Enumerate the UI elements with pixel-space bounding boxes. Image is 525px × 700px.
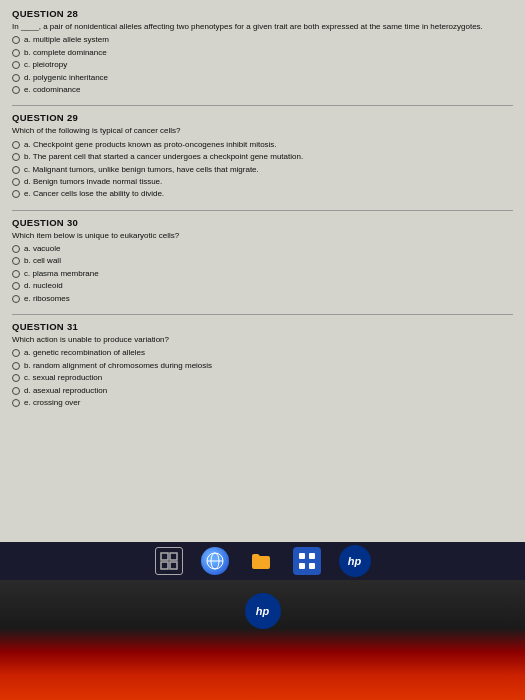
q28-option-c[interactable]: c. pleiotropy <box>12 60 513 70</box>
svg-rect-7 <box>299 553 305 559</box>
q31-radio-c[interactable] <box>12 374 20 382</box>
hp-taskbar-icon[interactable]: hp <box>339 545 371 577</box>
q29-radio-b[interactable] <box>12 153 20 161</box>
q29-radio-a[interactable] <box>12 141 20 149</box>
q31-radio-a[interactable] <box>12 349 20 357</box>
q28-radio-c[interactable] <box>12 61 20 69</box>
q31-option-a[interactable]: a. genetic recombination of alleles <box>12 348 513 358</box>
svg-rect-2 <box>161 562 168 569</box>
q29-option-d[interactable]: d. Benign tumors invade normal tissue. <box>12 177 513 187</box>
q31-radio-e[interactable] <box>12 399 20 407</box>
hp-logo-text: hp <box>256 605 269 617</box>
folder-icon-svg <box>251 551 271 571</box>
q29-option-c[interactable]: c. Malignant tumors, unlike benign tumor… <box>12 165 513 175</box>
laptop-bezel-bottom: hp <box>0 580 525 700</box>
globe-icon-svg <box>205 551 225 571</box>
q28-radio-d[interactable] <box>12 74 20 82</box>
q31-option-b[interactable]: b. random alignment of chromosomes durin… <box>12 361 513 371</box>
svg-rect-3 <box>170 562 177 569</box>
question-31-title: QUESTION 31 <box>12 321 513 332</box>
question-30-text: Which item below is unique to eukaryotic… <box>12 231 513 241</box>
q30-radio-d[interactable] <box>12 282 20 290</box>
q29-radio-c[interactable] <box>12 166 20 174</box>
q28-option-a[interactable]: a. multiple allele system <box>12 35 513 45</box>
q28-option-d[interactable]: d. polygenic inheritance <box>12 73 513 83</box>
q28-radio-e[interactable] <box>12 86 20 94</box>
q30-option-b[interactable]: b. cell wall <box>12 256 513 266</box>
q31-radio-b[interactable] <box>12 362 20 370</box>
screen: QUESTION 28 In ____, a pair of nonidenti… <box>0 0 525 580</box>
divider-3 <box>12 314 513 315</box>
apps-icon-svg <box>297 551 317 571</box>
question-29-text: Which of the following is typical of can… <box>12 126 513 136</box>
svg-rect-8 <box>309 553 315 559</box>
q29-option-b[interactable]: b. The parent cell that started a cancer… <box>12 152 513 162</box>
q29-option-a[interactable]: a. Checkpoint gene products known as pro… <box>12 140 513 150</box>
question-30-title: QUESTION 30 <box>12 217 513 228</box>
question-31-text: Which action is unable to produce variat… <box>12 335 513 345</box>
question-28-block: QUESTION 28 In ____, a pair of nonidenti… <box>12 8 513 95</box>
svg-rect-9 <box>299 563 305 569</box>
q28-option-b[interactable]: b. complete dominance <box>12 48 513 58</box>
q30-option-e[interactable]: e. ribosomes <box>12 294 513 304</box>
q30-radio-e[interactable] <box>12 295 20 303</box>
question-28-title: QUESTION 28 <box>12 8 513 19</box>
svg-rect-0 <box>161 553 168 560</box>
divider-2 <box>12 210 513 211</box>
q30-radio-b[interactable] <box>12 257 20 265</box>
divider-1 <box>12 105 513 106</box>
q30-option-a[interactable]: a. vacuole <box>12 244 513 254</box>
svg-rect-1 <box>170 553 177 560</box>
question-30-block: QUESTION 30 Which item below is unique t… <box>12 217 513 304</box>
q29-option-e[interactable]: e. Cancer cells lose the ability to divi… <box>12 189 513 199</box>
q28-option-e[interactable]: e. codominance <box>12 85 513 95</box>
content-area: QUESTION 28 In ____, a pair of nonidenti… <box>0 0 525 580</box>
q29-radio-d[interactable] <box>12 178 20 186</box>
q30-radio-a[interactable] <box>12 245 20 253</box>
q29-radio-e[interactable] <box>12 190 20 198</box>
question-29-block: QUESTION 29 Which of the following is ty… <box>12 112 513 199</box>
apps-taskbar-icon[interactable] <box>293 547 321 575</box>
folder-taskbar-icon[interactable] <box>247 547 275 575</box>
svg-rect-10 <box>309 563 315 569</box>
window-icon-svg <box>159 551 179 571</box>
q31-option-e[interactable]: e. crossing over <box>12 398 513 408</box>
hp-label: hp <box>348 555 361 567</box>
q31-option-d[interactable]: d. asexual reproduction <box>12 386 513 396</box>
q30-radio-c[interactable] <box>12 270 20 278</box>
question-28-text: In ____, a pair of nonidentical alleles … <box>12 22 513 32</box>
taskbar: hp <box>0 542 525 580</box>
q28-radio-b[interactable] <box>12 49 20 57</box>
q28-radio-a[interactable] <box>12 36 20 44</box>
hp-logo-bottom: hp <box>245 593 281 629</box>
q30-option-d[interactable]: d. nucleoid <box>12 281 513 291</box>
q31-radio-d[interactable] <box>12 387 20 395</box>
globe-taskbar-icon[interactable] <box>201 547 229 575</box>
q31-option-c[interactable]: c. sexual reproduction <box>12 373 513 383</box>
question-31-block: QUESTION 31 Which action is unable to pr… <box>12 321 513 408</box>
question-29-title: QUESTION 29 <box>12 112 513 123</box>
q30-option-c[interactable]: c. plasma membrane <box>12 269 513 279</box>
window-taskbar-icon[interactable] <box>155 547 183 575</box>
